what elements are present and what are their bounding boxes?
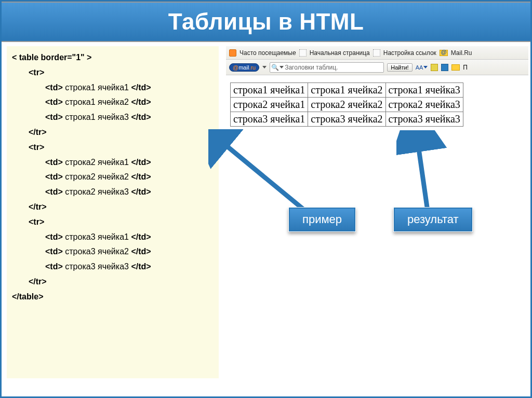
code-tag: </td> <box>131 262 151 271</box>
code-tag: </td> <box>131 232 151 241</box>
code-tag: < table border="1" > <box>12 53 91 62</box>
label-example: пример <box>288 207 356 232</box>
browser-pane: Часто посещаемые Начальная страница Наст… <box>226 46 528 127</box>
table-cell: строка2 ячейка3 <box>385 98 463 112</box>
bookmark-links[interactable]: Настройка ссылок <box>383 49 436 57</box>
code-tag: <td> <box>45 158 63 167</box>
text-size-button[interactable]: АА <box>416 64 428 71</box>
search-icon: 🔍 <box>270 63 280 72</box>
table-row: строка1 ячейка1 строка1 ячейка2 строка1 … <box>231 83 463 98</box>
code-tag: <td> <box>45 262 63 271</box>
search-toolbar: @mail.ru 🔍 Найти! АА П <box>226 60 528 75</box>
bookmark-icon <box>299 49 307 57</box>
mailru-icon <box>440 50 448 56</box>
slide-title-band: Таблицы в HTML <box>2 2 530 42</box>
bookmark-start[interactable]: Начальная страница <box>310 49 370 57</box>
bookmarks-toolbar: Часто посещаемые Начальная страница Наст… <box>226 46 528 60</box>
code-text: строка3 ячейка1 <box>65 232 129 241</box>
code-tag: <tr> <box>29 217 44 226</box>
code-tag: </td> <box>131 158 151 167</box>
bookmark-frequent[interactable]: Часто посещаемые <box>240 49 296 57</box>
code-tag: <td> <box>45 113 63 121</box>
find-button[interactable]: Найти! <box>387 63 412 72</box>
chevron-down-icon[interactable] <box>280 66 284 68</box>
mailru-brand[interactable]: @mail.ru <box>229 63 259 72</box>
code-panel: < table border="1" > <tr> <td> строка1 я… <box>7 46 219 378</box>
code-text: строка1 ячейка1 <box>65 83 129 92</box>
code-tag: <tr> <box>29 143 44 152</box>
code-text: строка2 ячейка3 <box>65 187 129 196</box>
bookmark-icon <box>229 49 236 57</box>
svg-line-0 <box>218 139 307 212</box>
code-tag: </td> <box>131 113 151 121</box>
code-tag: </tr> <box>29 277 47 286</box>
code-tag: </td> <box>131 247 151 256</box>
table-cell: строка1 ячейка2 <box>308 83 385 98</box>
palette-icon[interactable] <box>431 64 438 71</box>
code-text: строка2 ячейка2 <box>65 172 129 181</box>
code-tag: </tr> <box>29 202 47 211</box>
code-tag: </table> <box>12 292 43 301</box>
table-cell: строка2 ячейка2 <box>308 98 385 112</box>
code-tag: <td> <box>45 172 63 181</box>
code-text: строка2 ячейка1 <box>65 158 129 167</box>
chevron-down-icon[interactable] <box>262 66 267 68</box>
code-tag: <td> <box>45 187 63 196</box>
shield-icon[interactable] <box>441 64 448 71</box>
result-table: строка1 ячейка1 строка1 ячейка2 строка1 … <box>230 83 463 127</box>
bookmark-icon <box>373 49 380 57</box>
mail-icon[interactable] <box>451 64 460 71</box>
label-result: результат <box>393 207 473 232</box>
code-tag: </td> <box>131 98 151 106</box>
code-tag: </td> <box>131 187 151 196</box>
code-text: строка3 ячейка2 <box>65 247 129 256</box>
table-row: строка2 ячейка1 строка2 ячейка2 строка2 … <box>231 98 463 112</box>
table-cell: строка3 ячейка3 <box>385 112 463 127</box>
code-tag: <td> <box>45 247 63 256</box>
table-row: строка3 ячейка1 строка3 ячейка2 строка3 … <box>231 112 463 127</box>
code-text: строка1 ячейка2 <box>65 98 129 106</box>
svg-line-1 <box>417 138 428 211</box>
code-tag: <td> <box>45 83 63 92</box>
code-tag: <td> <box>45 232 63 241</box>
arrow-result <box>396 130 459 218</box>
toolbar-label: П <box>463 64 468 71</box>
code-tag: </tr> <box>29 128 47 136</box>
search-input[interactable] <box>284 64 383 71</box>
table-cell: строка2 ячейка1 <box>231 98 308 112</box>
code-text: строка3 ячейка3 <box>65 262 129 271</box>
table-cell: строка3 ячейка2 <box>308 112 385 127</box>
bookmark-mailru[interactable]: Mail.Ru <box>451 49 472 57</box>
table-cell: строка3 ячейка1 <box>231 112 308 127</box>
code-tag: </td> <box>131 172 151 181</box>
code-tag: <tr> <box>29 68 44 77</box>
table-cell: строка1 ячейка1 <box>231 83 308 98</box>
table-cell: строка1 ячейка3 <box>385 83 463 98</box>
code-tag: </td> <box>131 83 151 92</box>
code-text: строка1 ячейка3 <box>65 113 129 121</box>
code-tag: <td> <box>45 98 63 106</box>
slide-title: Таблицы в HTML <box>168 9 364 35</box>
search-wrap: 🔍 <box>270 62 384 73</box>
